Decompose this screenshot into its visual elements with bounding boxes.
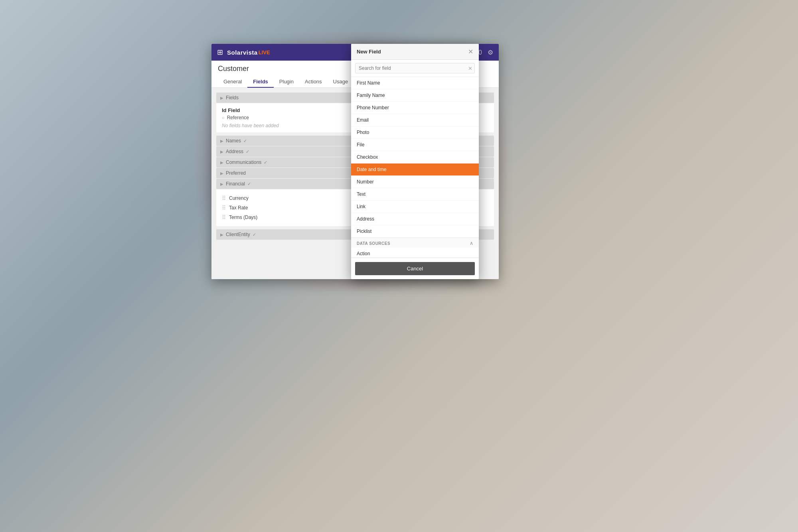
field-item-family-name[interactable]: Family Name	[351, 89, 479, 102]
terms-label: Terms (Days)	[229, 215, 257, 220]
tax-rate-drag-handle[interactable]: ⠿	[222, 205, 226, 211]
new-field-dialog: New Field ✕ ✕ First Name Family Name Pho…	[351, 44, 479, 279]
communications-section-label: Communications	[226, 160, 261, 165]
preferred-expand-icon: ▶	[220, 171, 223, 175]
names-expand-icon: ▶	[220, 139, 223, 143]
dialog-search-area: ✕	[351, 60, 479, 77]
grid-menu-icon[interactable]: ⊞	[217, 48, 223, 57]
brand-name: Solarvista	[227, 49, 258, 56]
communications-expand-icon: ▶	[220, 160, 223, 165]
financial-expand-icon: ▶	[220, 182, 223, 186]
address-section-label: Address	[226, 149, 243, 154]
communications-check-icon: ✓	[264, 160, 267, 165]
field-item-phone-number[interactable]: Phone Number	[351, 102, 479, 114]
field-item-action[interactable]: Action	[351, 248, 479, 258]
address-check-icon: ✓	[246, 149, 249, 154]
tab-usage[interactable]: Usage	[328, 76, 354, 88]
field-item-checkbox[interactable]: Checkbox	[351, 151, 479, 164]
field-item-date-and-time[interactable]: Date and time	[351, 164, 479, 176]
search-clear-icon[interactable]: ✕	[468, 65, 472, 71]
client-entity-check-icon: ✓	[253, 232, 256, 237]
address-expand-icon: ▶	[220, 150, 223, 154]
tab-plugin[interactable]: Plugin	[274, 76, 299, 88]
field-item-number[interactable]: Number	[351, 176, 479, 188]
field-item-photo[interactable]: Photo	[351, 126, 479, 139]
cancel-button[interactable]: Cancel	[355, 262, 475, 275]
dialog-title: New Field	[357, 49, 381, 55]
field-item-file[interactable]: File	[351, 139, 479, 151]
dialog-close-button[interactable]: ✕	[468, 48, 473, 55]
tab-general[interactable]: General	[218, 76, 247, 88]
fields-expand-icon: ▶	[220, 96, 223, 100]
names-section-label: Names	[226, 138, 241, 144]
client-entity-expand-icon: ▶	[220, 233, 223, 237]
field-item-email[interactable]: Email	[351, 114, 479, 126]
tab-actions[interactable]: Actions	[299, 76, 328, 88]
field-item-picklist[interactable]: Picklist	[351, 225, 479, 238]
field-item-first-name[interactable]: First Name	[351, 77, 479, 89]
client-entity-section-label: ClientEntity	[226, 232, 250, 237]
field-item-address[interactable]: Address	[351, 213, 479, 225]
currency-label: Currency	[229, 195, 249, 201]
reference-icon: ○	[222, 115, 225, 120]
tab-fields[interactable]: Fields	[247, 76, 274, 88]
fields-section-label: Fields	[226, 95, 239, 100]
field-item-text[interactable]: Text	[351, 188, 479, 201]
field-item-link[interactable]: Link	[351, 201, 479, 213]
notification-count: 0	[478, 49, 482, 56]
financial-check-icon: ✓	[247, 181, 251, 187]
field-list: First Name Family Name Phone Number Emai…	[351, 77, 479, 258]
data-sources-label: DATA SOURCES	[357, 241, 390, 246]
preferred-section-label: Preferred	[226, 170, 246, 176]
reference-label: Reference	[227, 115, 249, 120]
brand-live-label: LIVE	[259, 49, 270, 55]
dialog-footer: Cancel	[351, 258, 479, 279]
field-search-input[interactable]	[355, 63, 475, 73]
tax-rate-label: Tax Rate	[229, 205, 248, 211]
terms-drag-handle[interactable]: ⠿	[222, 214, 226, 221]
data-sources-divider[interactable]: DATA SOURCES ∧	[351, 238, 479, 248]
currency-drag-handle[interactable]: ⠿	[222, 195, 226, 201]
data-sources-chevron: ∧	[470, 240, 474, 246]
financial-section-label: Financial	[226, 181, 245, 187]
dialog-header: New Field ✕	[351, 44, 479, 60]
settings-icon[interactable]: ⚙	[488, 49, 493, 56]
names-check-icon: ✓	[243, 138, 247, 144]
